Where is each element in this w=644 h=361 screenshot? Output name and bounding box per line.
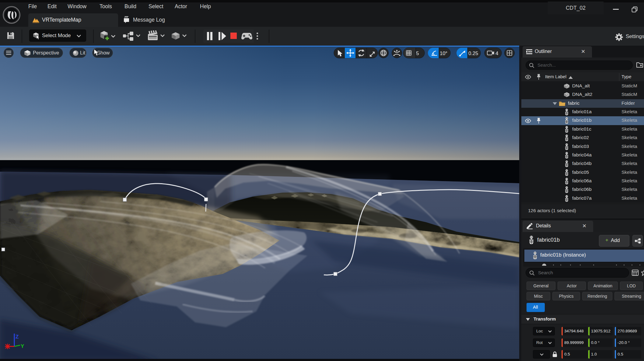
svg-text:0.25: 0.25 — [468, 51, 478, 56]
svg-text:10°: 10° — [440, 51, 447, 56]
svg-text:5: 5 — [416, 51, 419, 56]
svg-text:Z: Z — [16, 334, 19, 340]
svg-text:Y: Y — [21, 343, 24, 349]
svg-text:4: 4 — [495, 51, 498, 56]
